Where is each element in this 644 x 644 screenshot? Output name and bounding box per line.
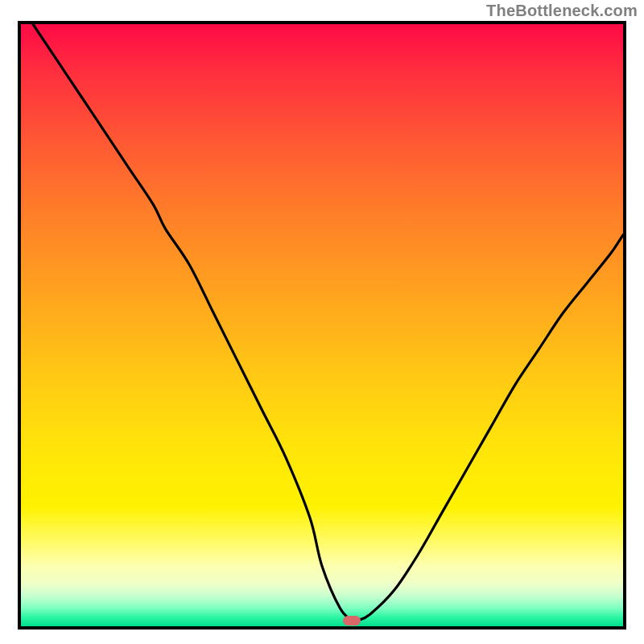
attribution-label: TheBottleneck.com xyxy=(486,2,638,20)
optimal-point-marker xyxy=(343,616,361,625)
bottleneck-curve xyxy=(21,24,623,626)
chart-container: TheBottleneck.com xyxy=(0,0,644,644)
plot-area xyxy=(18,21,626,630)
